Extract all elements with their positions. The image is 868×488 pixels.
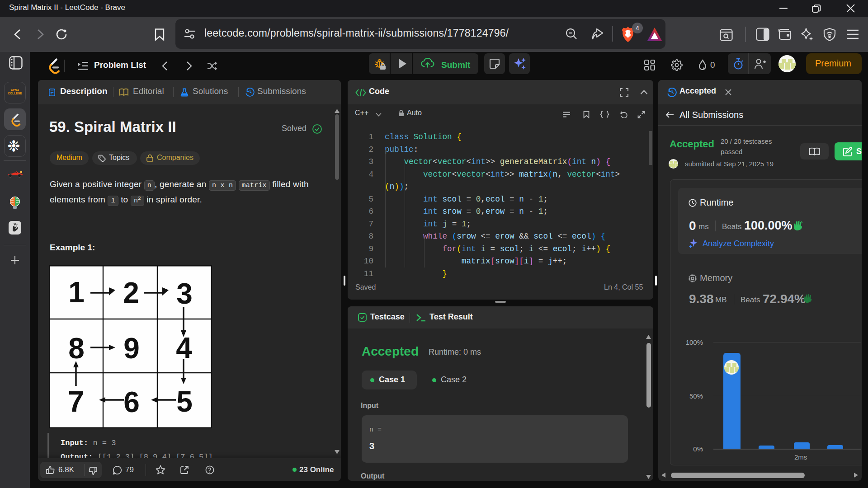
svg-text:1: 1 <box>68 276 85 309</box>
svg-text:8: 8 <box>68 332 85 365</box>
svg-text:7: 7 <box>68 385 84 418</box>
svg-text:9: 9 <box>123 332 140 365</box>
svg-text:5: 5 <box>176 385 193 418</box>
svg-text:6: 6 <box>123 386 140 418</box>
svg-text:3: 3 <box>176 277 193 310</box>
svg-text:2: 2 <box>123 277 139 309</box>
